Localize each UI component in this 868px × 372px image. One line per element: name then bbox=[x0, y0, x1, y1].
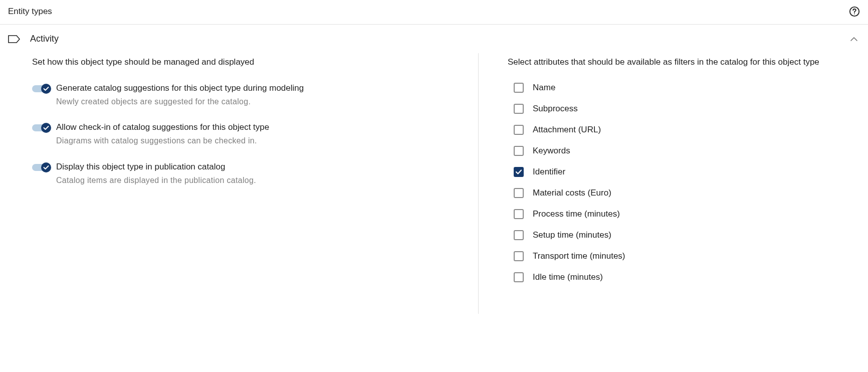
attribute-list: Name Subprocess Attachment (URL) Keyword… bbox=[508, 83, 858, 282]
attribute-checkbox[interactable] bbox=[514, 167, 524, 177]
attribute-label: Attachment (URL) bbox=[533, 125, 601, 135]
attribute-checkbox[interactable] bbox=[514, 146, 524, 156]
toggle-row: Generate catalog suggestions for this ob… bbox=[32, 83, 448, 107]
attribute-checkbox[interactable] bbox=[514, 251, 524, 261]
attribute-checkbox[interactable] bbox=[514, 125, 524, 135]
attribute-row: Name bbox=[508, 83, 858, 93]
attribute-label: Name bbox=[533, 83, 555, 93]
attribute-label: Material costs (Euro) bbox=[533, 188, 611, 198]
help-icon[interactable] bbox=[849, 6, 860, 17]
toggle-labels: Generate catalog suggestions for this ob… bbox=[56, 83, 304, 107]
page-title: Entity types bbox=[8, 7, 52, 17]
attribute-row: Subprocess bbox=[508, 104, 858, 114]
attribute-label: Identifier bbox=[533, 167, 565, 177]
toggle-labels: Allow check-in of catalog suggestions fo… bbox=[56, 122, 269, 146]
toggle-switch[interactable] bbox=[32, 84, 51, 94]
section-header-left: Activity bbox=[8, 34, 59, 44]
attribute-row: Material costs (Euro) bbox=[508, 188, 858, 198]
right-heading: Select attributes that should be availab… bbox=[508, 56, 858, 69]
toggle-label: Generate catalog suggestions for this ob… bbox=[56, 83, 304, 94]
chevron-up-icon[interactable] bbox=[850, 37, 858, 42]
section-title: Activity bbox=[30, 34, 59, 44]
attribute-row: Identifier bbox=[508, 167, 858, 177]
right-pane: Select attributes that should be availab… bbox=[479, 53, 858, 314]
attribute-label: Transport time (minutes) bbox=[533, 251, 625, 261]
attribute-row: Transport time (minutes) bbox=[508, 251, 858, 261]
attribute-label: Subprocess bbox=[533, 104, 578, 114]
section-header[interactable]: Activity bbox=[0, 25, 868, 53]
attribute-checkbox[interactable] bbox=[514, 272, 524, 282]
toggle-description: Catalog items are displayed in the publi… bbox=[56, 175, 256, 186]
toggle-switch[interactable] bbox=[32, 162, 51, 172]
attribute-checkbox[interactable] bbox=[514, 209, 524, 219]
attribute-checkbox[interactable] bbox=[514, 188, 524, 198]
activity-shape-icon bbox=[8, 35, 20, 43]
attribute-label: Keywords bbox=[533, 146, 570, 156]
attribute-label: Setup time (minutes) bbox=[533, 230, 611, 240]
toggle-description: Diagrams with catalog suggestions can be… bbox=[56, 135, 269, 146]
toggle-list: Generate catalog suggestions for this ob… bbox=[32, 83, 448, 186]
attribute-row: Keywords bbox=[508, 146, 858, 156]
attribute-row: Setup time (minutes) bbox=[508, 230, 858, 240]
toggle-description: Newly created objects are suggested for … bbox=[56, 96, 304, 107]
attribute-row: Attachment (URL) bbox=[508, 125, 858, 135]
page-header: Entity types bbox=[0, 0, 868, 25]
content-area: Set how this object type should be manag… bbox=[0, 53, 868, 314]
toggle-row: Allow check-in of catalog suggestions fo… bbox=[32, 122, 448, 146]
left-pane: Set how this object type should be manag… bbox=[32, 53, 478, 314]
attribute-row: Idle time (minutes) bbox=[508, 272, 858, 282]
attribute-label: Process time (minutes) bbox=[533, 209, 620, 219]
attribute-checkbox[interactable] bbox=[514, 230, 524, 240]
left-heading: Set how this object type should be manag… bbox=[32, 56, 448, 69]
toggle-label: Allow check-in of catalog suggestions fo… bbox=[56, 122, 269, 133]
attribute-checkbox[interactable] bbox=[514, 83, 524, 93]
toggle-labels: Display this object type in publication … bbox=[56, 161, 256, 186]
attribute-checkbox[interactable] bbox=[514, 104, 524, 114]
toggle-label: Display this object type in publication … bbox=[56, 161, 256, 173]
toggle-row: Display this object type in publication … bbox=[32, 161, 448, 186]
svg-point-1 bbox=[854, 14, 855, 15]
attribute-label: Idle time (minutes) bbox=[533, 272, 603, 282]
attribute-row: Process time (minutes) bbox=[508, 209, 858, 219]
toggle-switch[interactable] bbox=[32, 123, 51, 133]
